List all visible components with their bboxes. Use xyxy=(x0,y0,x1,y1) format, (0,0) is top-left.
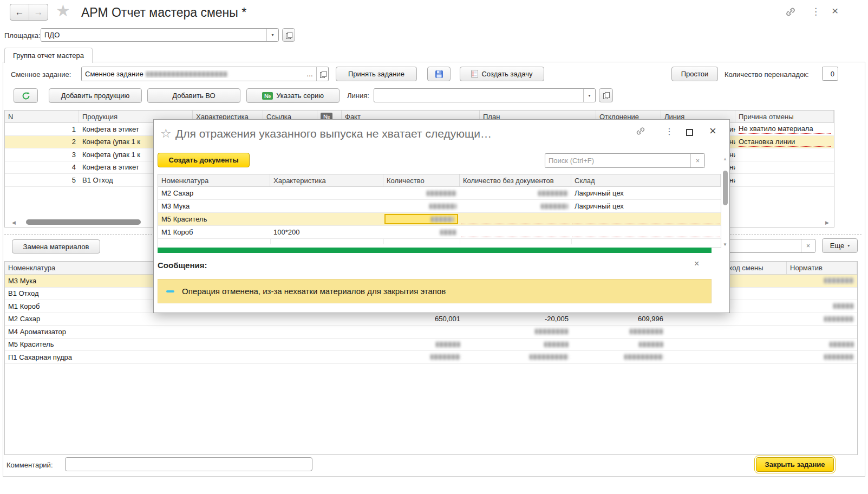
characteristic-cell xyxy=(270,187,383,199)
line-cell-fragment: ни… xyxy=(729,161,735,174)
norm-cell xyxy=(787,339,857,351)
site-field[interactable]: ПДО ▾ xyxy=(41,28,279,42)
blurred-value xyxy=(535,329,569,334)
search-clear-icon[interactable]: × xyxy=(690,154,704,167)
cancel-reason-cell xyxy=(735,174,834,186)
line-cell-fragment: ни… xyxy=(729,174,735,186)
characteristic-cell: 100*200 xyxy=(270,226,383,238)
comment-label: Комментарий: xyxy=(6,461,53,469)
changeovers-label: Количество переналадок: xyxy=(725,70,809,79)
blurred-value xyxy=(431,217,454,222)
accept-task-button[interactable]: Принять задание xyxy=(336,67,417,81)
h-scrollbar-thumb[interactable] xyxy=(26,219,141,225)
table-row[interactable]: М2 СахарЛакричный цех xyxy=(158,187,721,200)
line-dropdown-icon[interactable]: ▾ xyxy=(583,89,595,102)
norm-cell xyxy=(787,275,857,287)
shift-task-ellipsis-button[interactable]: … xyxy=(303,67,316,81)
column-header[interactable]: Склад xyxy=(571,174,721,186)
cancel-reason-cell xyxy=(735,161,834,174)
dialog-menu-icon[interactable]: ⋮ xyxy=(665,126,674,136)
comment-field[interactable] xyxy=(65,457,312,471)
site-value: ПДО xyxy=(44,31,60,39)
table-row[interactable]: М5 Краситель xyxy=(158,213,721,226)
table-row[interactable]: М1 Короб100*200 xyxy=(158,226,721,239)
dialog-title: Для отражения указанного выпуска не хват… xyxy=(175,127,492,140)
column-header[interactable]: Номенклатура xyxy=(158,174,270,186)
more-button[interactable]: Еще▾ xyxy=(822,238,858,253)
replace-materials-button[interactable]: Замена материалов xyxy=(12,239,100,253)
blurred-value xyxy=(824,278,854,283)
search-placeholder: Поиск (Ctrl+F) xyxy=(549,157,594,165)
messages-close-icon[interactable]: × xyxy=(694,259,699,269)
column-header[interactable]: Норматив xyxy=(787,262,857,274)
close-task-button[interactable]: Закрыть задание xyxy=(756,457,834,472)
forward-button[interactable]: → xyxy=(29,4,48,20)
column-header[interactable]: Количество без документов xyxy=(460,174,571,186)
site-open-button[interactable] xyxy=(282,28,295,42)
scroll-right-icon[interactable]: ▶ xyxy=(825,220,829,225)
add-vo-button[interactable]: Добавить ВО xyxy=(147,88,240,103)
create-documents-button[interactable]: Создать документы xyxy=(158,153,250,167)
dialog-v-scrollbar[interactable]: ▲ ▼ xyxy=(722,155,729,249)
quantity-nodoc-cell xyxy=(461,213,570,224)
cancel-reason-cell: Не хватило материала xyxy=(735,123,834,135)
site-dropdown-icon[interactable]: ▾ xyxy=(266,29,278,41)
back-button[interactable]: ← xyxy=(10,4,29,20)
dialog-search-field[interactable]: Поиск (Ctrl+F) × xyxy=(545,153,705,168)
nav-button-group: ← → xyxy=(10,4,48,21)
shift-task-field[interactable]: Сменное задание … xyxy=(81,67,329,81)
quantity-cell xyxy=(383,187,460,199)
dialog-maximize-icon[interactable] xyxy=(686,129,693,136)
column-header[interactable]: N xyxy=(5,110,79,122)
table-header: НоменклатураХарактеристикаКоличествоКоли… xyxy=(158,174,721,187)
dialog-close-icon[interactable]: × xyxy=(709,124,716,138)
create-task-button[interactable]: Создать задачу xyxy=(460,67,544,81)
table-row[interactable]: М4 Ароматизатор xyxy=(5,326,857,339)
get-link-icon[interactable] xyxy=(784,5,797,20)
line-open-button[interactable] xyxy=(599,88,613,102)
favorite-star-icon[interactable]: ★ xyxy=(56,1,70,20)
row-number-cell: 2 xyxy=(5,136,79,148)
series-number-icon: № xyxy=(262,92,273,100)
open-icon xyxy=(603,92,609,99)
nomenclature-cell: М5 Краситель xyxy=(5,339,388,351)
column-header[interactable]: Причина отмены xyxy=(735,110,834,122)
page-title: АРМ Отчет мастера смены * xyxy=(81,5,246,20)
shift-task-label: Сменное задание: xyxy=(11,70,71,79)
scroll-left-icon[interactable]: ◀ xyxy=(12,220,16,225)
window-close-icon[interactable]: × xyxy=(832,4,838,17)
table-row[interactable]: М2 Сахар650,001-20,005609,996 xyxy=(5,313,857,326)
line-combo-field[interactable]: ▾ xyxy=(374,88,596,102)
tab-master-report[interactable]: Группа отчет мастера xyxy=(4,48,93,63)
column-header[interactable]: Количество xyxy=(383,174,460,186)
save-button[interactable] xyxy=(427,67,451,81)
messages-label: Сообщения: xyxy=(158,261,207,270)
nomenclature-cell: М1 Короб xyxy=(158,226,270,238)
app-window: ← → ★ АРМ Отчет мастера смены * ⋮ × Площ… xyxy=(0,0,868,494)
changeovers-field[interactable]: 0 xyxy=(822,67,838,81)
refresh-button[interactable] xyxy=(14,88,38,103)
row-number-cell: 4 xyxy=(5,161,79,174)
message-item[interactable]: Операция отменена, из-за нехватки матери… xyxy=(158,279,712,303)
value-cell: -20,005 xyxy=(464,313,572,326)
set-series-button[interactable]: № Указать серию xyxy=(246,88,340,103)
column-header[interactable]: Характеристика xyxy=(270,174,383,186)
nomenclature-cell: П1 Сахарная пудра xyxy=(5,351,388,363)
table-row[interactable]: П1 Сахарная пудра xyxy=(5,351,857,364)
more-menu-icon[interactable]: ⋮ xyxy=(811,6,820,17)
dialog-star-icon[interactable]: ☆ xyxy=(160,126,172,141)
quantity-cell xyxy=(383,200,460,212)
add-product-button[interactable]: Добавить продукцию xyxy=(49,88,142,103)
shift-task-open-button[interactable] xyxy=(316,67,328,81)
line-cell-fragment: ни… xyxy=(729,136,735,148)
idle-button[interactable]: Простои xyxy=(671,67,718,81)
value-cell xyxy=(572,339,667,351)
table-row[interactable]: М3 МукаЛакричный цех xyxy=(158,200,721,213)
dialog-link-icon[interactable] xyxy=(635,125,647,139)
blurred-value xyxy=(824,316,854,322)
quantity-edit-cell[interactable] xyxy=(384,214,458,224)
table-row[interactable]: М5 Краситель xyxy=(5,339,857,352)
line-label: Линия: xyxy=(347,92,369,100)
filter-clear-icon[interactable]: × xyxy=(801,239,815,252)
shift-task-value: Сменное задание xyxy=(85,70,143,78)
